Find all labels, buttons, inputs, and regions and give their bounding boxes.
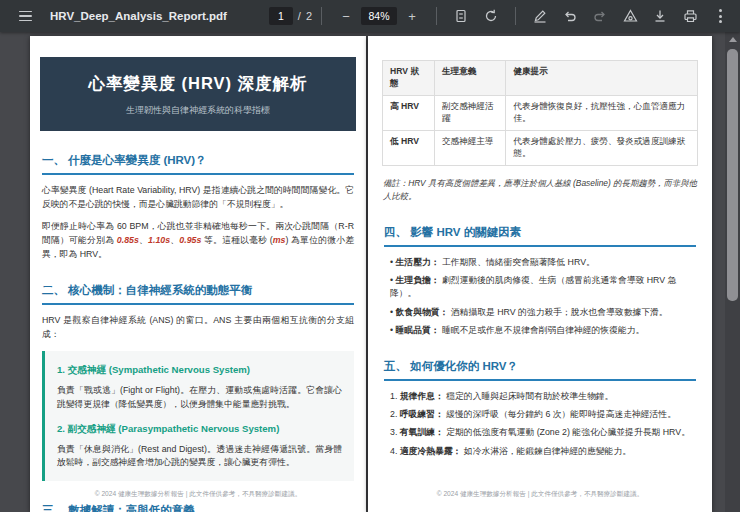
page-1-footer: © 2024 健康生理數據分析報告 | 此文件僅供參考，不具醫療診斷建議。 [30, 490, 366, 499]
col-header-meaning: 生理意義 [434, 61, 505, 96]
item-number: 4. [390, 446, 397, 456]
hrv-status-table: HRV 狀態 生理意義 健康提示 高 HRV 副交感神經活躍 代表身體恢復良好，… [382, 60, 698, 166]
cell-meaning: 副交感神經活躍 [434, 96, 505, 131]
optimize-desc: 如冷水淋浴，能鍛鍊自律神經的應變能力。 [464, 446, 631, 456]
parasympathetic-paragraph: 負責「休息與消化」(Rest and Digest)。透過迷走神經傳遞訊號。當身… [57, 443, 342, 470]
plus-icon: + [408, 10, 416, 23]
list-item: • 飲食與物質： 酒精攝取是 HRV 的強力殺手；脫水也會導致數據下滑。 [390, 306, 696, 319]
pages-container: 心率變異度 (HRV) 深度解析 生理韌性與自律神經系統的科學指標 一、 什麼是… [0, 32, 725, 512]
toolbar-left-group: HRV_Deep_Analysis_Report.pdf [0, 4, 227, 28]
fit-page-button[interactable] [449, 4, 473, 28]
cell-state: 低 HRV [383, 131, 435, 166]
optimize-term: 規律作息： [400, 391, 444, 401]
p2-text: 、 [170, 235, 179, 245]
pdf-viewer-area: 心率變異度 (HRV) 深度解析 生理韌性與自律神經系統的科學指標 一、 什麼是… [0, 32, 725, 512]
item-number: 1. [390, 391, 397, 401]
list-item: 4. 適度冷熱暴露： 如冷水淋浴，能鍛鍊自律神經的應變能力。 [390, 445, 696, 458]
col-header-tip: 健康提示 [506, 61, 698, 96]
annotate-button[interactable] [528, 4, 552, 28]
redo-icon [593, 9, 607, 23]
report-hero-banner: 心率變異度 (HRV) 深度解析 生理韌性與自律神經系統的科學指標 [40, 57, 356, 131]
bullet-icon: • [390, 275, 393, 285]
drive-icon [623, 9, 638, 23]
undo-button[interactable] [558, 4, 582, 28]
rr-value-3: 0.95s [179, 235, 201, 245]
nervous-system-callout: 1. 交感神經 (Sympathetic Nervous System) 負責「… [42, 351, 354, 481]
list-item: • 生活壓力： 工作期限、情緒衝突會顯著降低 HRV。 [390, 256, 696, 269]
factor-term: 生理負擔： [396, 275, 440, 285]
cell-state: 高 HRV [383, 96, 435, 131]
toolbar-right-group [615, 4, 740, 28]
sympathetic-paragraph: 負責「戰或逃」(Fight or Flight)。在壓力、運動或焦慮時活躍。它會… [57, 384, 342, 411]
table-header-row: HRV 狀態 生理意義 健康提示 [383, 61, 698, 96]
baseline-note: 備註：HRV 具有高度個體差異，應專注於個人基線 (Baseline) 的長期趨… [383, 177, 697, 203]
separator [321, 7, 322, 25]
redo-button[interactable] [588, 4, 612, 28]
col-header-state: HRV 狀態 [383, 61, 435, 96]
pdf-page-1[interactable]: 心率變異度 (HRV) 深度解析 生理韌性與自律神經系統的科學指標 一、 什麼是… [30, 36, 366, 512]
report-subtitle: 生理韌性與自律神經系統的科學指標 [52, 104, 344, 117]
sympathetic-heading: 1. 交感神經 (Sympathetic Nervous System) [57, 364, 342, 377]
section-1-paragraph-2: 即便靜止時心率為 60 BPM，心跳也並非精確地每秒一下。兩次心跳間隔（R-R … [42, 220, 354, 261]
optimize-desc: 緩慢的深呼吸（每分鐘約 6 次）能即時提高迷走神經活性。 [446, 409, 676, 419]
table-row: 高 HRV 副交感神經活躍 代表身體恢復良好，抗壓性強，心血管適應力佳。 [383, 96, 698, 131]
minus-icon: − [342, 10, 350, 23]
separator [515, 7, 516, 25]
list-item: • 睡眠品質： 睡眠不足或作息不規律會削弱自律神經的恢復能力。 [390, 324, 696, 337]
bullet-icon: • [390, 325, 393, 335]
undo-icon [563, 9, 577, 23]
hamburger-icon [19, 11, 32, 22]
p2-text: 等。這種以毫秒 ( [201, 235, 272, 245]
factor-desc: 工作期限、情緒衝突會顯著降低 HRV。 [442, 257, 595, 267]
drive-button[interactable] [618, 4, 642, 28]
cell-tip: 代表身體處於壓力、疲勞、發炎或過度訓練狀態。 [506, 131, 698, 166]
vertical-scrollbar[interactable] [725, 32, 740, 512]
bullet-icon: • [390, 257, 393, 267]
optimize-desc: 定期的低強度有氧運動 (Zone 2) 能強化心臟並提升長期 HRV。 [446, 427, 690, 437]
rotate-icon [484, 9, 498, 23]
zoom-level-input[interactable] [361, 7, 397, 25]
section-1-paragraph-1: 心率變異度 (Heart Rate Variability, HRV) 是指連續… [42, 184, 354, 211]
factor-term: 睡眠品質： [396, 325, 440, 335]
page-2-footer: © 2024 健康生理數據分析報告 | 此文件僅供參考，不具醫療診斷建議。 [368, 490, 712, 499]
section-1-heading: 一、 什麼是心率變異度 (HRV)？ [42, 153, 354, 175]
separator [436, 7, 437, 25]
zoom-out-button[interactable]: − [334, 4, 358, 28]
list-item: 2. 呼吸練習： 緩慢的深呼吸（每分鐘約 6 次）能即時提高迷走神經活性。 [390, 408, 696, 421]
item-number: 3. [390, 427, 397, 437]
scrollbar-thumb[interactable] [727, 49, 738, 301]
cell-meaning: 交感神經主導 [434, 131, 505, 166]
cell-tip: 代表身體恢復良好，抗壓性強，心血管適應力佳。 [506, 96, 698, 131]
section-5-heading: 五、 如何優化你的 HRV？ [384, 359, 696, 381]
optimize-term: 呼吸練習： [400, 409, 444, 419]
list-item: 3. 有氧訓練： 定期的低強度有氧運動 (Zone 2) 能強化心臟並提升長期 … [390, 426, 696, 439]
download-icon [653, 9, 667, 23]
bullet-icon: • [390, 307, 393, 317]
section-4-heading: 四、 影響 HRV 的關鍵因素 [384, 225, 696, 247]
optimize-term: 有氧訓練： [400, 427, 444, 437]
rr-value-1: 0.85s [117, 235, 139, 245]
section-2-intro: HRV 是觀察自律神經系統 (ANS) 的窗口。ANS 主要由兩個相互抗衡的分支… [42, 314, 354, 341]
menu-icon[interactable] [13, 4, 37, 28]
factor-desc: 酒精攝取是 HRV 的強力殺手；脫水也會導致數據下滑。 [451, 307, 668, 317]
item-number: 2. [390, 409, 397, 419]
print-button[interactable] [678, 4, 702, 28]
page-total: 2 [306, 10, 312, 22]
more-options-button[interactable] [708, 4, 732, 28]
optimize-desc: 穩定的入睡與起床時間有助於校準生物鐘。 [446, 391, 613, 401]
rotate-button[interactable] [479, 4, 503, 28]
more-icon [719, 9, 722, 23]
factor-desc: 睡眠不足或作息不規律會削弱自律神經的恢復能力。 [442, 325, 644, 335]
download-button[interactable] [648, 4, 672, 28]
p2-text: 、 [139, 235, 148, 245]
ms-unit: ms [273, 235, 286, 245]
list-item: • 生理負擔： 劇烈運動後的肌肉修復、生病（感冒前兆通常會導致 HRV 急降）。 [390, 274, 696, 300]
zoom-in-button[interactable]: + [400, 4, 424, 28]
table-row: 低 HRV 交感神經主導 代表身體處於壓力、疲勞、發炎或過度訓練狀態。 [383, 131, 698, 166]
toolbar-center-group: / 2 − + [269, 4, 615, 28]
pdf-page-2[interactable]: HRV 狀態 生理意義 健康提示 高 HRV 副交感神經活躍 代表身體恢復良好，… [368, 36, 712, 512]
page-number-input[interactable] [269, 7, 293, 25]
up-arrow-icon [729, 37, 737, 42]
scroll-up-button[interactable] [725, 32, 740, 47]
print-icon [683, 9, 698, 23]
